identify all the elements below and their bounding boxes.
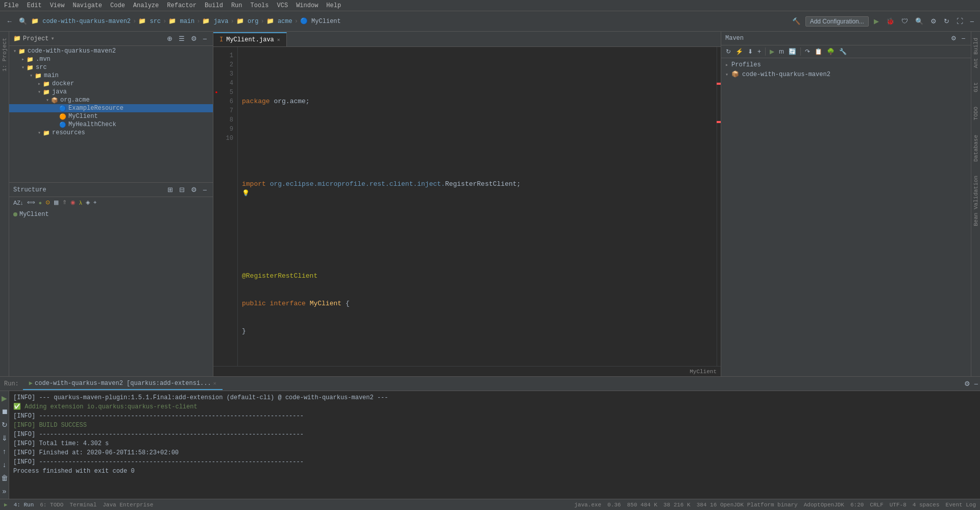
menu-refactor[interactable]: Refactor [167,2,197,9]
project-vert-tab[interactable]: 1: Project [1,36,9,74]
status-line-ending[interactable]: CRLF [870,502,883,508]
debug-button[interactable]: 🐞 [884,16,896,26]
breadcrumb-java[interactable]: 📁 java [202,17,228,25]
bottom-trash-button[interactable]: 🗑 [0,473,10,483]
maven-add-button[interactable]: + [756,47,763,56]
struct-myclient-item[interactable]: MyClient [13,210,209,219]
editor-tab-myclient[interactable]: I MyClient.java ✕ [213,32,287,46]
structure-expand-button[interactable]: ⊞ [165,185,175,195]
struct-public-button[interactable]: ● [38,199,43,206]
run-config-button[interactable]: Add Configuration... [805,16,869,27]
struct-circle-button[interactable]: ◉ [69,199,77,206]
back-button[interactable]: ← [4,16,15,26]
struct-sort-alpha-button[interactable]: AZ↓ [12,199,24,206]
menu-navigate[interactable]: Navigate [72,2,102,9]
tree-item-java[interactable]: ▾ 📁 java [9,88,213,96]
tree-item-exampleresource[interactable]: ▸ 🔵 ExampleResource [9,104,213,112]
menu-file[interactable]: File [4,2,19,9]
menu-view[interactable]: View [50,2,65,9]
struct-filter-button[interactable]: ◈ [85,199,91,206]
project-settings-button[interactable]: ⚙ [189,34,199,43]
breadcrumb-org[interactable]: 📁 org [236,17,259,25]
menu-run[interactable]: Run [231,2,242,9]
expand-button[interactable]: ⛶ [954,16,965,26]
maven-download-button[interactable]: ⬇ [746,47,754,56]
search-everywhere-button[interactable]: 🔍 [17,16,29,26]
menu-window[interactable]: Window [296,2,318,9]
bottom-more-button[interactable]: » [1,486,9,496]
struct-locate-button[interactable]: ⌖ [92,199,97,206]
bottom-stop-button[interactable]: ⏹ [0,406,10,417]
struct-lambda-button[interactable]: λ [78,199,83,206]
maven-skip-tests-button[interactable]: ↷ [803,47,812,56]
bottom-scroll-end-button[interactable]: ⇓ [0,433,10,443]
search-button[interactable]: 🔍 [913,16,925,26]
menu-code[interactable]: Code [110,2,125,9]
status-encoding[interactable]: UTF-8 [890,502,906,508]
menu-build[interactable]: Build [205,2,223,9]
maven-generate-button[interactable]: ⚡ [734,47,745,56]
maven-reload-button[interactable]: ↻ [724,47,732,56]
hammer-button[interactable]: 🔨 [790,16,802,26]
breadcrumb-myclient[interactable]: 🔵 MyClient [300,17,341,25]
tab-myclient-close[interactable]: ✕ [277,37,280,43]
run-tab-close[interactable]: ✕ [213,380,216,386]
struct-constructor-button[interactable]: ⊙ [44,199,51,206]
structure-settings-button[interactable]: ⚙ [189,185,199,195]
maven-profiles-row[interactable]: ▸ Profiles [723,60,969,69]
tree-item-orgacme[interactable]: ▾ 📦 org.acme [9,96,213,104]
right-vert-tab-git[interactable]: Git [972,80,980,94]
struct-inherit-button[interactable]: ⇑ [61,199,68,206]
project-scope-button[interactable]: ☰ [177,34,187,43]
tree-item-docker[interactable]: ▸ 📁 docker [9,80,213,88]
run-button[interactable]: ▶ [872,16,881,26]
right-vert-tab-database[interactable]: Database [972,133,980,164]
status-event-log[interactable]: Event Log [946,502,976,508]
update-button[interactable]: ↻ [942,16,951,26]
bottom-rerun-button[interactable]: ↻ [0,420,10,430]
tree-item-src[interactable]: ▾ 📁 src [9,63,213,71]
project-dropdown-icon[interactable]: ▾ [51,35,54,42]
bottom-settings-button[interactable]: ⚙ [962,379,972,388]
maven-project-row[interactable]: ▾ 📦 code-with-quarkus-maven2 [723,69,969,79]
tree-item-root[interactable]: ▾ 📁 code-with-quarkus-maven2 [9,47,213,55]
breadcrumb-src[interactable]: 📁 src [138,17,161,25]
struct-field-button[interactable]: ▦ [53,199,60,206]
coverage-button[interactable]: 🛡 [899,16,910,26]
breadcrumb-acme[interactable]: 📁 acme [266,17,292,25]
menu-tools[interactable]: Tools [251,2,269,9]
maven-debug-run-button[interactable]: m [777,47,786,56]
menu-help[interactable]: Help [326,2,341,9]
right-vert-tab-beanvalidation[interactable]: Bean Validation [972,174,980,228]
tree-item-resources[interactable]: ▾ 📁 resources [9,129,213,137]
bottom-run-button[interactable]: ▶ [0,393,9,403]
code-content[interactable]: package org.acme; import org.eclipse.mic… [238,47,721,366]
structure-collapse-button[interactable]: ⊟ [177,185,187,195]
right-vert-tab-ant[interactable]: Ant Build [972,36,980,70]
tree-item-main[interactable]: ▾ 📁 main [9,71,213,80]
breadcrumb-main[interactable]: 📁 main [168,17,194,25]
maven-tree-button[interactable]: 🌳 [825,47,836,56]
maven-settings-button[interactable]: ⚙ [949,34,958,43]
menu-vcs[interactable]: VCS [277,2,288,9]
right-vert-tab-todo[interactable]: TODO [972,105,980,122]
status-cursor[interactable]: 6:20 [850,502,864,508]
tree-item-myhealthcheck[interactable]: ▸ 🔵 MyHealthCheck [9,120,213,129]
maven-lifecycle-button[interactable]: 🔄 [787,47,798,56]
breadcrumb-project[interactable]: 📁 code-with-quarkus-maven2 [31,17,131,25]
menu-edit[interactable]: Edit [27,2,42,9]
tree-item-mvn[interactable]: ▸ 📁 .mvn [9,55,213,63]
minimize-window-button[interactable]: – [968,16,976,26]
maven-profiles-button[interactable]: 📋 [813,47,824,56]
maven-minimize-button[interactable]: – [960,34,967,43]
maven-run-button[interactable]: ▶ [768,47,776,56]
project-minimize-button[interactable]: – [201,34,209,43]
status-indent[interactable]: 4 spaces [913,502,940,508]
struct-sort-type-button[interactable]: ⟺ [26,199,36,206]
bottom-minimize-button[interactable]: – [972,379,980,388]
code-editor[interactable]: ● 1 2 3 4 5 6 7 8 9 10 [213,47,721,366]
tree-item-myclient[interactable]: ▸ 🟠 MyClient [9,112,213,120]
menu-analyze[interactable]: Analyze [133,2,159,9]
hint-bulb-icon[interactable]: 💡 [242,190,250,197]
settings-global-button[interactable]: ⚙ [928,16,939,26]
